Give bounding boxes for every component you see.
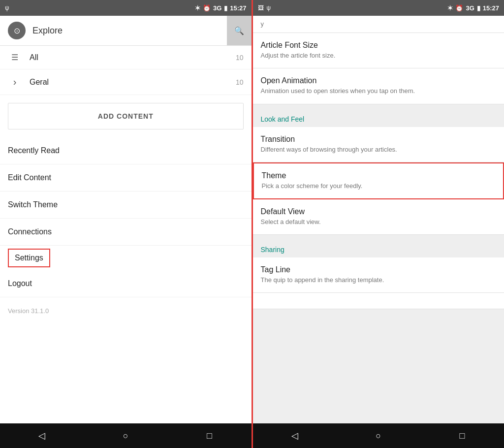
battery-icon: ▮ xyxy=(224,4,227,12)
tag-line-title: Tag Line xyxy=(261,265,497,274)
time-right: 15:27 xyxy=(483,4,499,12)
alarm-icon: ⏰ xyxy=(203,4,211,12)
menu-item-all[interactable]: ☰ All 10 xyxy=(0,46,252,69)
theme-item[interactable]: Theme Pick a color scheme for your feedl… xyxy=(253,162,504,199)
time-left: 15:27 xyxy=(230,4,246,12)
add-content-wrapper: ADD CONTENT xyxy=(0,95,252,137)
logout-item[interactable]: Logout xyxy=(0,270,252,297)
left-status-left: ψ xyxy=(5,4,9,11)
connections-item[interactable]: Connections xyxy=(0,219,252,246)
transition-item[interactable]: Transition Different ways of browsing th… xyxy=(253,127,504,162)
edit-content-item[interactable]: Edit Content xyxy=(0,164,252,192)
article-font-size-subtitle: Adjust the article font size. xyxy=(261,51,497,60)
home-nav-icon[interactable]: ○ xyxy=(113,423,138,448)
tag-line-item[interactable]: Tag Line The quip to append in the shari… xyxy=(253,257,504,293)
settings-item[interactable]: Settings xyxy=(8,249,50,267)
look-feel-header: Look and Feel xyxy=(253,108,504,127)
recents-nav-icon[interactable]: □ xyxy=(197,423,221,448)
right-bottom-nav: ◁ ○ □ xyxy=(253,423,504,448)
version-text: Version 31.1.0 xyxy=(0,297,252,319)
article-font-size-item[interactable]: Article Font Size Adjust the article fon… xyxy=(253,33,504,68)
all-label: All xyxy=(30,53,236,62)
partial-bottom-row[interactable] xyxy=(253,293,504,309)
signal-text: 3G xyxy=(213,4,221,12)
theme-subtitle: Pick a color scheme for your feedly. xyxy=(262,182,496,191)
explore-label: Explore xyxy=(32,26,63,36)
sharing-header: Sharing xyxy=(253,239,504,257)
geral-count: 10 xyxy=(236,78,244,86)
default-view-title: Default View xyxy=(261,207,497,216)
left-bottom-nav: ◁ ○ □ xyxy=(0,423,252,448)
right-panel: 🖼 ψ ✶ ⏰ 3G ▮ 15:27 y Article Font Size A… xyxy=(253,0,504,448)
home-nav-icon-right[interactable]: ○ xyxy=(366,423,391,448)
usb-icon-right: ψ xyxy=(267,4,271,11)
chevron-right-icon: › xyxy=(8,76,22,88)
theme-title: Theme xyxy=(262,171,496,180)
transition-subtitle: Different ways of browsing through your … xyxy=(261,145,497,154)
article-font-size-title: Article Font Size xyxy=(261,41,497,50)
right-status-bar: 🖼 ψ ✶ ⏰ 3G ▮ 15:27 xyxy=(253,0,504,16)
partial-top-row[interactable]: y xyxy=(253,16,504,33)
hamburger-icon: ☰ xyxy=(8,53,22,62)
battery-icon-right: ▮ xyxy=(477,4,480,12)
recently-read-item[interactable]: Recently Read xyxy=(0,137,252,164)
left-main-content: ⊙ Explore 🔍 ☰ All 10 › Geral 10 ADD CONT… xyxy=(0,16,252,423)
right-main-content: y Article Font Size Adjust the article f… xyxy=(253,16,504,423)
explore-compass-icon: ⊙ xyxy=(8,22,26,39)
search-button-area[interactable]: 🔍 xyxy=(227,16,252,45)
transition-title: Transition xyxy=(261,135,497,144)
all-count: 10 xyxy=(236,54,244,62)
right-status-left: 🖼 ψ xyxy=(258,4,271,11)
bt-icon-right: ✶ xyxy=(447,4,453,12)
settings-wrapper: Settings xyxy=(0,246,252,270)
geral-label: Geral xyxy=(30,78,236,87)
signal-text-right: 3G xyxy=(466,4,474,12)
menu-item-geral[interactable]: › Geral 10 xyxy=(0,69,252,95)
add-content-button[interactable]: ADD CONTENT xyxy=(8,103,244,129)
divider-2 xyxy=(253,235,504,239)
image-icon: 🖼 xyxy=(258,4,264,11)
default-view-item[interactable]: Default View Select a default view. xyxy=(253,199,504,235)
back-nav-icon-right[interactable]: ◁ xyxy=(283,423,307,448)
usb-icon: ψ xyxy=(5,4,9,11)
search-icon: 🔍 xyxy=(234,26,244,35)
left-status-bar: ψ ✶ ⏰ 3G ▮ 15:27 xyxy=(0,0,252,16)
left-status-right: ✶ ⏰ 3G ▮ 15:27 xyxy=(195,4,247,12)
open-animation-subtitle: Animation used to open stories when you … xyxy=(261,87,497,96)
left-panel: ψ ✶ ⏰ 3G ▮ 15:27 ⊙ Explore 🔍 ☰ All 10 xyxy=(0,0,253,448)
open-animation-item[interactable]: Open Animation Animation used to open st… xyxy=(253,68,504,104)
default-view-subtitle: Select a default view. xyxy=(261,218,497,226)
bt-icon: ✶ xyxy=(195,4,200,12)
divider-1 xyxy=(253,104,504,108)
partial-top-text: y xyxy=(261,20,497,29)
tag-line-subtitle: The quip to append in the sharing templa… xyxy=(261,276,497,285)
recents-nav-icon-right[interactable]: □ xyxy=(450,423,474,448)
switch-theme-item[interactable]: Switch Theme xyxy=(0,192,252,219)
right-status-right: ✶ ⏰ 3G ▮ 15:27 xyxy=(447,4,499,12)
alarm-icon-right: ⏰ xyxy=(455,4,463,12)
open-animation-title: Open Animation xyxy=(261,76,497,85)
left-header: ⊙ Explore 🔍 xyxy=(0,16,252,46)
back-nav-icon[interactable]: ◁ xyxy=(30,423,54,448)
